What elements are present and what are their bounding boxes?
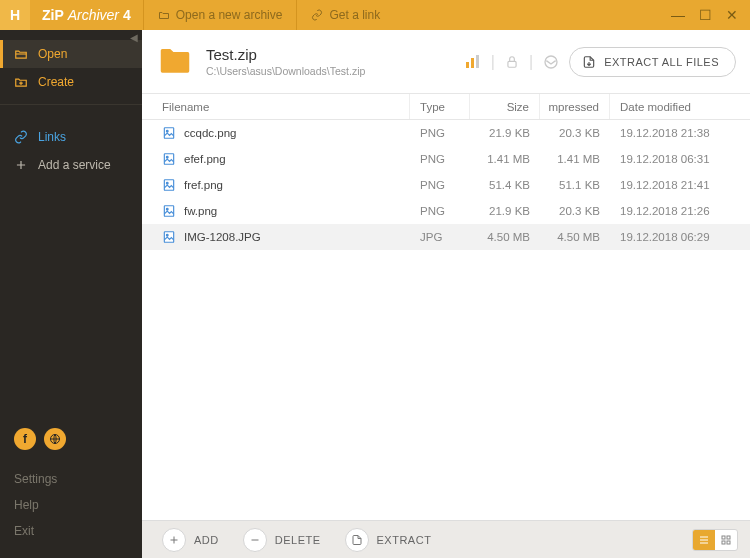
sidebar-item-add-service[interactable]: Add a service <box>0 151 142 179</box>
svg-rect-10 <box>164 180 173 191</box>
app-name: ZiP Archiver 4 <box>30 7 143 23</box>
file-date: 19.12.2018 21:38 <box>610 127 750 139</box>
extract-all-button[interactable]: EXTRACT ALL FILES <box>569 47 736 77</box>
file-compressed: 20.3 KB <box>540 205 610 217</box>
window-controls: — ☐ ✕ <box>659 7 750 23</box>
sidebar-exit[interactable]: Exit <box>14 518 128 544</box>
file-list: ccqdc.pngPNG21.9 KB20.3 KB19.12.2018 21:… <box>142 120 750 520</box>
sidebar: ◀ Open Create Links Add a service f <box>0 30 142 558</box>
table-header: Filename Type Size mpressed Date modifie… <box>142 94 750 120</box>
svg-rect-1 <box>466 62 469 68</box>
sidebar-item-create[interactable]: Create <box>0 68 142 96</box>
image-file-icon <box>162 178 176 192</box>
table-row[interactable]: ccqdc.pngPNG21.9 KB20.3 KB19.12.2018 21:… <box>142 120 750 146</box>
svg-rect-6 <box>164 128 173 139</box>
get-link-label: Get a link <box>329 8 380 22</box>
minus-icon <box>249 534 261 546</box>
open-new-archive-button[interactable]: Open a new archive <box>143 0 297 30</box>
open-new-archive-label: Open a new archive <box>176 8 283 22</box>
col-size[interactable]: Size <box>470 94 540 119</box>
file-size: 21.9 KB <box>470 205 540 217</box>
stats-icon[interactable] <box>465 54 481 70</box>
globe-icon <box>49 433 61 445</box>
archive-title: Test.zip <box>206 46 365 63</box>
image-file-icon <box>162 204 176 218</box>
file-compressed: 4.50 MB <box>540 231 610 243</box>
svg-rect-2 <box>471 58 474 68</box>
sidebar-item-label: Create <box>38 75 74 89</box>
web-button[interactable] <box>44 428 66 450</box>
archive-path: C:\Users\asus\Downloads\Test.zip <box>206 65 365 77</box>
bottom-bar: ADD DELETE EXTRACT <box>142 520 750 558</box>
file-name: IMG-1208.JPG <box>184 231 261 243</box>
col-compressed[interactable]: mpressed <box>540 94 610 119</box>
file-name: ccqdc.png <box>184 127 236 139</box>
extract-all-label: EXTRACT ALL FILES <box>604 56 719 68</box>
sidebar-item-label: Open <box>38 47 67 61</box>
file-date: 19.12.2018 06:29 <box>610 231 750 243</box>
add-button[interactable]: ADD <box>154 528 227 552</box>
grid-icon <box>720 534 732 546</box>
close-button[interactable]: ✕ <box>726 7 738 23</box>
archive-header: Test.zip C:\Users\asus\Downloads\Test.zi… <box>142 30 750 94</box>
table-row[interactable]: IMG-1208.JPGJPG4.50 MB4.50 MB19.12.2018 … <box>142 224 750 250</box>
table-row[interactable]: efef.pngPNG1.41 MB1.41 MB19.12.2018 06:3… <box>142 146 750 172</box>
image-file-icon <box>162 152 176 166</box>
add-label: ADD <box>194 534 219 546</box>
file-type: PNG <box>410 127 470 139</box>
sidebar-item-label: Add a service <box>38 158 111 172</box>
lock-icon[interactable] <box>505 55 519 69</box>
sidebar-item-links[interactable]: Links <box>0 123 142 151</box>
view-toggle <box>692 529 738 551</box>
mail-icon[interactable] <box>543 54 559 70</box>
main-area: Test.zip C:\Users\asus\Downloads\Test.zi… <box>142 30 750 558</box>
facebook-button[interactable]: f <box>14 428 36 450</box>
list-icon <box>698 534 710 546</box>
file-name: fref.png <box>184 179 223 191</box>
col-type[interactable]: Type <box>410 94 470 119</box>
file-type: PNG <box>410 179 470 191</box>
svg-rect-18 <box>722 541 725 544</box>
app-logo: H <box>0 0 30 30</box>
file-date: 19.12.2018 06:31 <box>610 153 750 165</box>
file-compressed: 51.1 KB <box>540 179 610 191</box>
sidebar-item-open[interactable]: Open <box>0 40 142 68</box>
plus-icon <box>14 158 28 172</box>
list-view-button[interactable] <box>693 530 715 550</box>
file-compressed: 20.3 KB <box>540 127 610 139</box>
links-icon <box>14 130 28 144</box>
minimize-button[interactable]: — <box>671 7 685 23</box>
get-link-button[interactable]: Get a link <box>296 0 394 30</box>
sidebar-collapse-icon[interactable]: ◀ <box>130 32 138 43</box>
file-type: PNG <box>410 153 470 165</box>
folder-open-icon <box>158 9 170 21</box>
maximize-button[interactable]: ☐ <box>699 7 712 23</box>
file-date: 19.12.2018 21:41 <box>610 179 750 191</box>
link-icon <box>311 9 323 21</box>
file-compressed: 1.41 MB <box>540 153 610 165</box>
col-date[interactable]: Date modified <box>610 94 750 119</box>
sidebar-settings[interactable]: Settings <box>14 466 128 492</box>
svg-point-7 <box>166 130 168 132</box>
image-file-icon <box>162 126 176 140</box>
table-row[interactable]: fref.pngPNG51.4 KB51.1 KB19.12.2018 21:4… <box>142 172 750 198</box>
titlebar: H ZiP Archiver 4 Open a new archive Get … <box>0 0 750 30</box>
col-filename[interactable]: Filename <box>142 94 410 119</box>
grid-view-button[interactable] <box>715 530 737 550</box>
file-size: 1.41 MB <box>470 153 540 165</box>
sidebar-item-label: Links <box>38 130 66 144</box>
create-icon <box>14 75 28 89</box>
file-size: 4.50 MB <box>470 231 540 243</box>
table-row[interactable]: fw.pngPNG21.9 KB20.3 KB19.12.2018 21:26 <box>142 198 750 224</box>
sidebar-help[interactable]: Help <box>14 492 128 518</box>
delete-button[interactable]: DELETE <box>235 528 329 552</box>
svg-point-9 <box>166 156 168 158</box>
svg-point-13 <box>166 208 168 210</box>
file-size: 51.4 KB <box>470 179 540 191</box>
plus-icon <box>168 534 180 546</box>
svg-rect-4 <box>508 61 516 67</box>
extract-icon <box>582 55 596 69</box>
svg-point-15 <box>166 234 168 236</box>
extract-button[interactable]: EXTRACT <box>337 528 440 552</box>
svg-rect-14 <box>164 232 173 243</box>
